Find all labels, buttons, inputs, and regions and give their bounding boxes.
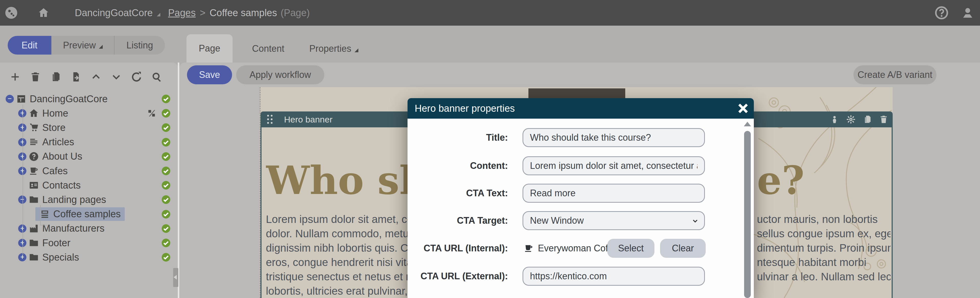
tree-item-footer[interactable]: +Footer <box>0 236 178 250</box>
delete-button[interactable] <box>29 71 41 83</box>
search-button[interactable] <box>151 71 163 83</box>
field-label: CTA Target: <box>415 211 508 230</box>
personalize-icon <box>830 115 839 124</box>
close-icon[interactable] <box>737 102 750 115</box>
field-input[interactable] <box>523 128 705 147</box>
tree-guide-line-sub <box>40 205 41 225</box>
edit-mode-button[interactable]: Edit <box>8 36 51 54</box>
published-status-badge <box>161 194 171 205</box>
breadcrumb: DancingGoatCore Pages > Coffee samples (… <box>75 0 310 25</box>
save-button[interactable]: Save <box>187 65 232 84</box>
create-ab-variant-button[interactable]: Create A/B variant <box>853 65 937 84</box>
field-input[interactable] <box>523 184 705 203</box>
new-page-button[interactable] <box>9 71 21 83</box>
tree-item-dancinggoatcore[interactable]: −DancingGoatCore <box>0 92 178 105</box>
breadcrumb-app-name[interactable]: DancingGoatCore <box>75 8 153 18</box>
hero-heading: Who should take this course? <box>266 156 409 207</box>
tree-item-manufacturers[interactable]: +Manufacturers <box>0 222 178 235</box>
tab-content[interactable]: Content <box>244 38 293 59</box>
published-check-icon <box>161 238 171 248</box>
tree-item-home[interactable]: +Home <box>0 107 178 120</box>
copy-button[interactable] <box>50 71 62 83</box>
breadcrumb-separator: > <box>200 8 205 18</box>
user-account-icon[interactable] <box>961 6 974 19</box>
dialog-title: Hero banner properties <box>415 98 515 119</box>
widget-personalize-button[interactable] <box>830 115 839 124</box>
personalization-variants-icon <box>147 108 156 118</box>
tree-item-contacts[interactable]: Contacts <box>0 178 178 192</box>
field-label: CTA URL (Internal): <box>415 239 508 258</box>
kentico-logo-icon[interactable] <box>4 6 18 20</box>
move-down-button[interactable] <box>110 71 122 83</box>
widget-delete-button[interactable] <box>879 115 889 124</box>
clear-button[interactable]: Clear <box>660 239 706 258</box>
move-up-button[interactable] <box>90 71 102 83</box>
personalization-badge <box>147 108 156 118</box>
tree-item-store[interactable]: +Store <box>0 121 178 134</box>
tree-item-label: Coffee samples <box>53 209 121 220</box>
listing-mode-button[interactable]: Listing <box>115 36 165 54</box>
refresh-button[interactable] <box>130 71 142 83</box>
cta-target-select[interactable]: New Window <box>523 211 705 230</box>
refresh-icon <box>130 71 142 83</box>
move-up-icon <box>90 71 102 83</box>
widget-title: Hero banner <box>284 112 332 127</box>
selected-page-name: Everywoman Cof... <box>538 239 616 258</box>
collapse-left-arrow-icon <box>173 275 177 280</box>
scroll-up-arrow-icon[interactable] <box>744 122 751 126</box>
expand-node-button[interactable]: + <box>18 124 26 132</box>
published-status-badge <box>161 238 171 248</box>
preview-mode-button[interactable]: Preview <box>51 36 115 54</box>
page-layout-icon <box>40 209 50 220</box>
home-dashboard-icon[interactable] <box>37 7 50 19</box>
kentico-pages-app: DancingGoatCore Pages > Coffee samples (… <box>0 0 980 298</box>
field-row-cta-text: CTA Text: <box>407 184 754 203</box>
tab-properties[interactable]: Properties <box>304 38 363 59</box>
help-icon[interactable] <box>934 6 949 20</box>
hero-text-line: uctor mauris, non lobortis <box>757 213 891 226</box>
tree-item-specials[interactable]: +Specials <box>0 250 178 264</box>
expand-node-button[interactable]: + <box>18 167 26 175</box>
select-button[interactable]: Select <box>607 239 654 258</box>
field-input[interactable] <box>523 156 705 175</box>
app-switcher-triangle-icon[interactable] <box>157 13 160 16</box>
widget-configure-button[interactable] <box>846 115 856 124</box>
folder-icon <box>29 237 39 248</box>
published-check-icon <box>161 123 171 133</box>
apply-workflow-button[interactable]: Apply workflow <box>236 65 324 84</box>
published-status-badge <box>161 209 171 219</box>
expand-node-button[interactable]: + <box>18 153 26 161</box>
tree-item-coffee-samples[interactable]: Coffee samples <box>0 207 178 221</box>
tree-item-articles[interactable]: +Articles <box>0 135 178 149</box>
tree-item-label: Contacts <box>42 180 81 191</box>
tree-item-about-us[interactable]: +About Us <box>0 150 178 163</box>
delete-icon <box>879 115 889 124</box>
expand-node-button[interactable]: + <box>18 109 26 117</box>
field-label: Content: <box>415 156 508 175</box>
tree-item-landing-pages[interactable]: −Landing pages <box>0 193 178 206</box>
widget-drag-handle-icon[interactable] <box>267 115 272 124</box>
widget-duplicate-button[interactable] <box>862 115 872 124</box>
tree-item-label: Articles <box>42 137 74 148</box>
expand-node-button[interactable]: + <box>18 239 26 247</box>
tab-page[interactable]: Page <box>186 34 232 62</box>
scrollbar-thumb[interactable] <box>744 131 751 298</box>
tree-item-cafes[interactable]: +Cafes <box>0 164 178 178</box>
expand-node-button[interactable]: + <box>18 138 26 146</box>
move-button[interactable] <box>70 71 82 83</box>
expand-node-button[interactable]: + <box>18 225 26 233</box>
dialog-header: Hero banner properties <box>407 98 754 119</box>
expand-node-button[interactable]: + <box>18 253 26 261</box>
collapse-node-button[interactable]: − <box>6 95 14 103</box>
field-row-content: Content: <box>407 156 754 175</box>
published-status-badge <box>161 108 171 118</box>
sidebar-collapse-handle[interactable] <box>173 268 178 287</box>
collapse-node-button[interactable]: − <box>18 196 26 204</box>
field-input[interactable] <box>523 267 705 286</box>
tree-guide-line <box>22 105 23 258</box>
hero-text-line: ntesque habitant morbi <box>757 256 891 269</box>
breadcrumb-pages-link[interactable]: Pages <box>168 8 196 18</box>
tree-item-label: Landing pages <box>42 194 106 205</box>
folder-icon <box>29 194 39 205</box>
published-check-icon <box>161 180 171 190</box>
